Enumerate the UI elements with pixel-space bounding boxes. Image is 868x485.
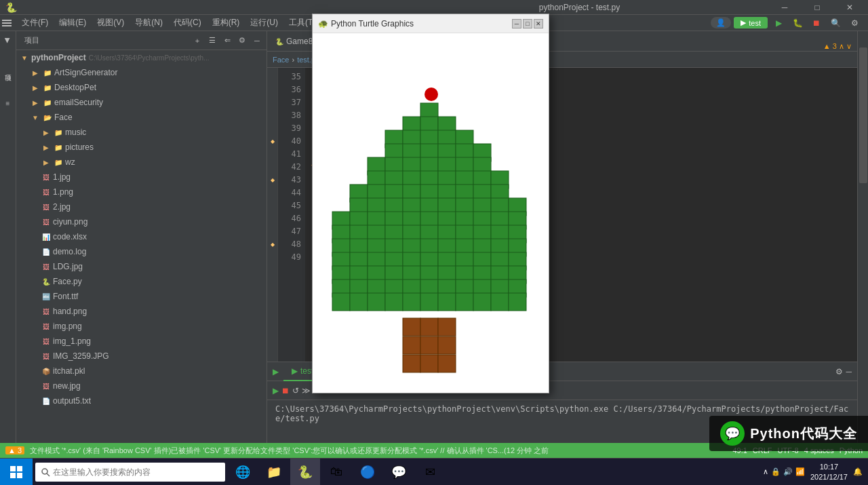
taskbar-pycharm-icon[interactable]: 🐍 <box>290 459 320 486</box>
app-menu-icon[interactable] <box>0 15 14 31</box>
sidebar-toggle[interactable]: ▶ <box>1 34 15 47</box>
notifications-icon[interactable]: 🔔 <box>853 467 863 476</box>
taskbar-explorer-icon[interactable]: 📁 <box>259 459 289 486</box>
menu-file[interactable]: 文件(F) <box>16 15 54 31</box>
tree-label-music: music <box>65 128 86 137</box>
step-btn[interactable]: ≫ <box>302 386 311 395</box>
user-menu[interactable]: 👤 <box>711 17 731 28</box>
taskbar-store-icon[interactable]: 🛍 <box>321 459 351 486</box>
taskbar-edge-icon[interactable]: 🌐 <box>228 459 258 486</box>
tree-item-wz[interactable]: ▶ 📁 wz <box>16 155 267 170</box>
pkl-icon: 📦 <box>41 366 52 376</box>
tree-label-font: Font.ttf <box>53 292 78 301</box>
stop-btn[interactable]: ⏹ <box>281 386 290 395</box>
breadcrumb-face[interactable]: Face <box>273 56 289 64</box>
menu-refactor[interactable]: 重构(R) <box>207 15 245 31</box>
tree-item-img1[interactable]: 🖼 img_1.png <box>16 334 267 349</box>
tree-item-demo[interactable]: 📄 demo.log <box>16 244 267 259</box>
jpg4-icon: 🖼 <box>41 351 52 362</box>
sidebar-list[interactable]: ☰ <box>205 34 219 47</box>
minimize-button[interactable]: ─ <box>769 0 800 15</box>
svg-rect-136 <box>438 336 456 354</box>
search-everywhere[interactable]: 🔍 <box>827 16 844 31</box>
tree-item-root[interactable]: ▼ pythonProject C:\Users\37364\PycharmPr… <box>16 50 267 65</box>
tree-item-ldg[interactable]: 🖼 LDG.jpg <box>16 259 267 274</box>
tree-item-ciyun[interactable]: 🖼 ciyun.png <box>16 214 267 229</box>
run-tab-icon: ▶ <box>292 366 298 376</box>
folder-closed-icon2: ▶ <box>30 82 41 93</box>
stop-button[interactable]: ⏹ <box>808 16 825 31</box>
menu-edit[interactable]: 编辑(E) <box>54 15 92 31</box>
tree-item-pictures[interactable]: ▶ 📁 pictures <box>16 140 267 155</box>
tree-item-code[interactable]: 📊 code.xlsx <box>16 229 267 244</box>
svg-point-144 <box>42 469 47 474</box>
tree-item-font[interactable]: 🔤 Font.ttf <box>16 289 267 304</box>
tray-security[interactable]: 🔒 <box>771 467 781 476</box>
scrollbar-thumb[interactable] <box>859 47 867 183</box>
tree-label-face: Face <box>54 113 73 122</box>
search-input[interactable] <box>53 467 220 477</box>
tree-item-desktoppet[interactable]: ▶ 📁 DesktopPet <box>16 80 267 95</box>
menu-navigate[interactable]: 导航(N) <box>130 15 168 31</box>
structure-icon[interactable]: ≡ <box>1 96 15 110</box>
project-label[interactable]: 项目 <box>1 49 15 90</box>
taskbar-icons: 🌐 📁 🐍 🛍 🔵 💬 ✉ <box>228 459 445 486</box>
taskbar-search-box[interactable] <box>35 463 225 482</box>
sidebar-scroll[interactable]: ⇐ <box>220 34 234 47</box>
tray-chevron[interactable]: ∧ <box>763 467 768 476</box>
settings-button[interactable]: ⚙ <box>846 16 863 31</box>
play-btn[interactable]: ▶ <box>273 386 279 395</box>
menu-run[interactable]: 运行(U) <box>245 15 283 31</box>
turtle-close[interactable]: ✕ <box>534 19 543 28</box>
maximize-button[interactable]: □ <box>802 0 833 15</box>
status-warnings[interactable]: ▲ 3 <box>5 446 24 454</box>
turtle-maximize[interactable]: □ <box>523 19 532 28</box>
watermark: 💬 Python代码大全 <box>709 416 868 451</box>
run-button[interactable]: ▶ <box>770 16 787 31</box>
status-text: 文件模式 '*.csv' (来自 'Rainbow CSV' 插件)已被插件 '… <box>30 446 549 456</box>
sidebar-minimize[interactable]: ─ <box>250 34 264 47</box>
tree-item-music[interactable]: ▶ 📁 music <box>16 125 267 140</box>
clock[interactable]: 10:17 2021/12/17 <box>810 462 848 482</box>
svg-rect-128 <box>473 293 491 311</box>
tree-item-1png[interactable]: 🖼 1.png <box>16 185 267 199</box>
tree-item-facepy[interactable]: 🐍 Face.py <box>16 274 267 289</box>
taskbar-chat-icon[interactable]: 💬 <box>384 459 414 486</box>
svg-rect-2 <box>2 25 12 26</box>
sidebar-settings[interactable]: ⚙ <box>235 34 249 47</box>
menu-view[interactable]: 视图(V) <box>92 15 130 31</box>
close-button[interactable]: ✕ <box>834 0 865 15</box>
tree-item-img[interactable]: 🖼 img.png <box>16 319 267 334</box>
search-icon <box>41 467 50 477</box>
turtle-minimize[interactable]: ─ <box>512 19 521 28</box>
tree-item-output5[interactable]: 📄 output5.txt <box>16 393 267 408</box>
tree-item-2jpg[interactable]: 🖼 2.jpg <box>16 199 267 214</box>
folder-icon-artsign: 📁 <box>42 67 53 78</box>
settings-bottom-icon[interactable]: ⚙ <box>835 367 843 376</box>
debug-button[interactable]: 🐛 <box>789 16 806 31</box>
clock-date: 2021/12/17 <box>810 472 848 482</box>
run-icon-bottom[interactable]: ▶ <box>267 362 283 381</box>
tree-item-newjpg[interactable]: 🖼 new.jpg <box>16 379 267 393</box>
tree-item-artsign[interactable]: ▶ 📁 ArtSignGenerator <box>16 65 267 80</box>
folder-icon6: 📁 <box>53 142 64 153</box>
warnings-badge[interactable]: ▲ 3 ∧ ∨ <box>823 42 852 51</box>
run-config[interactable]: ▶ test <box>734 17 768 28</box>
close-bottom-icon[interactable]: ─ <box>846 367 852 376</box>
rerun-btn[interactable]: ↺ <box>292 386 299 395</box>
taskbar-mail-icon[interactable]: ✉ <box>415 459 445 486</box>
sidebar-add[interactable]: + <box>191 34 204 47</box>
tree-item-hand[interactable]: 🖼 hand.png <box>16 304 267 319</box>
start-button[interactable] <box>0 459 33 486</box>
tree-item-itchat[interactable]: 📦 itchat.pkl <box>16 364 267 379</box>
tray-network[interactable]: 📶 <box>795 467 805 476</box>
tray-volume[interactable]: 🔊 <box>783 467 793 476</box>
menu-code[interactable]: 代码(C) <box>168 15 207 31</box>
svg-rect-141 <box>17 466 22 471</box>
taskbar-chrome-icon[interactable]: 🔵 <box>353 459 382 486</box>
tree-item-1jpg[interactable]: 🖼 1.jpg <box>16 170 267 185</box>
tree-item-email[interactable]: ▶ 📁 emailSecurity <box>16 95 267 110</box>
turtle-canvas <box>313 33 549 393</box>
tree-item-img3259[interactable]: 🖼 IMG_3259.JPG <box>16 349 267 364</box>
tree-item-face[interactable]: ▼ 📂 Face <box>16 110 267 125</box>
